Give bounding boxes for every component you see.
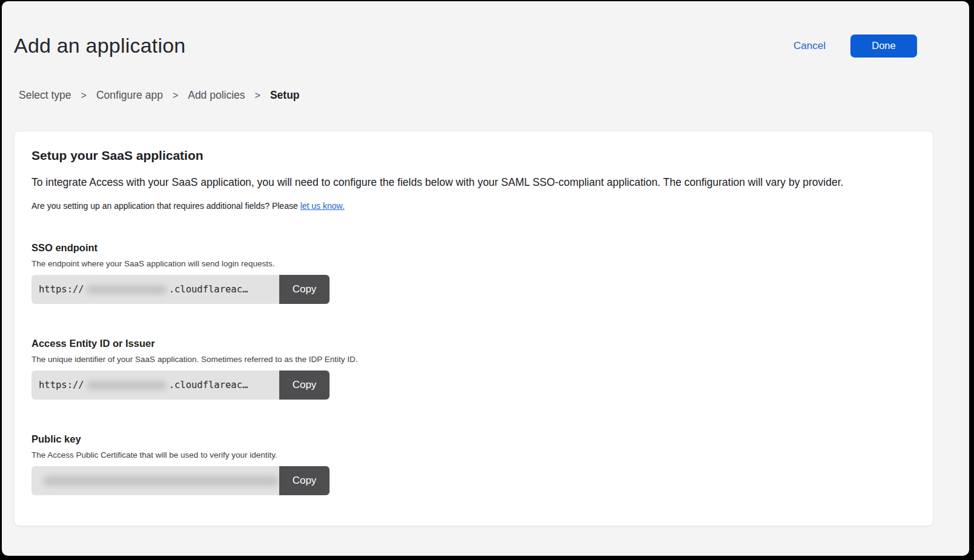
redacted-blur — [87, 285, 167, 294]
done-button[interactable]: Done — [850, 35, 917, 58]
value-prefix: https:// — [39, 284, 84, 295]
public-key-copy-button[interactable]: Copy — [279, 466, 330, 495]
page-title: Add an application — [14, 34, 793, 58]
breadcrumb-step-select-type[interactable]: Select type — [19, 89, 71, 102]
breadcrumb: Select type > Configure app > Add polici… — [19, 89, 969, 102]
app-window: Add an application Cancel Done Select ty… — [2, 1, 969, 556]
field-description: The unique identifier of your SaaS appli… — [31, 355, 916, 364]
redacted-blur — [87, 381, 167, 390]
field-label: Access Entity ID or Issuer — [31, 338, 916, 349]
card-note: Are you setting up an application that r… — [31, 201, 916, 211]
redacted-blur — [44, 476, 279, 486]
page-header: Add an application Cancel Done — [2, 1, 969, 58]
public-key-value-group: Copy — [31, 466, 330, 495]
sso-endpoint-copy-button[interactable]: Copy — [279, 275, 330, 304]
entity-id-value-group: https://.cloudflareac… Copy — [31, 371, 330, 400]
breadcrumb-separator: > — [173, 90, 178, 101]
card-intro-text: To integrate Access with your SaaS appli… — [31, 176, 916, 189]
setup-card: Setup your SaaS application To integrate… — [14, 131, 933, 526]
field-description: The Access Public Certificate that will … — [31, 450, 916, 460]
cancel-button[interactable]: Cancel — [793, 40, 826, 52]
field-public-key: Public key The Access Public Certificate… — [31, 433, 916, 495]
entity-id-value: https://.cloudflareac… — [31, 371, 279, 400]
value-prefix: https:// — [39, 380, 84, 390]
note-text: Are you setting up an application that r… — [31, 201, 300, 211]
public-key-value — [31, 466, 279, 495]
field-access-entity-id: Access Entity ID or Issuer The unique id… — [31, 338, 916, 400]
let-us-know-link[interactable]: let us know. — [300, 201, 345, 211]
value-suffix: .cloudflareac… — [169, 284, 248, 295]
breadcrumb-step-add-policies[interactable]: Add policies — [188, 89, 245, 102]
breadcrumb-separator: > — [81, 90, 87, 101]
header-actions: Cancel Done — [793, 35, 917, 58]
field-description: The endpoint where your SaaS application… — [31, 259, 916, 268]
sso-endpoint-value-group: https://.cloudflareac… Copy — [31, 275, 330, 304]
sso-endpoint-value: https://.cloudflareac… — [31, 275, 279, 304]
card-title: Setup your SaaS application — [31, 148, 916, 163]
breadcrumb-step-setup: Setup — [270, 89, 300, 102]
breadcrumb-separator: > — [255, 90, 260, 101]
value-suffix: .cloudflareac… — [169, 380, 248, 390]
field-sso-endpoint: SSO endpoint The endpoint where your Saa… — [31, 242, 916, 304]
field-label: Public key — [31, 433, 916, 445]
breadcrumb-step-configure-app[interactable]: Configure app — [96, 89, 163, 102]
field-label: SSO endpoint — [31, 242, 916, 254]
entity-id-copy-button[interactable]: Copy — [279, 371, 330, 400]
